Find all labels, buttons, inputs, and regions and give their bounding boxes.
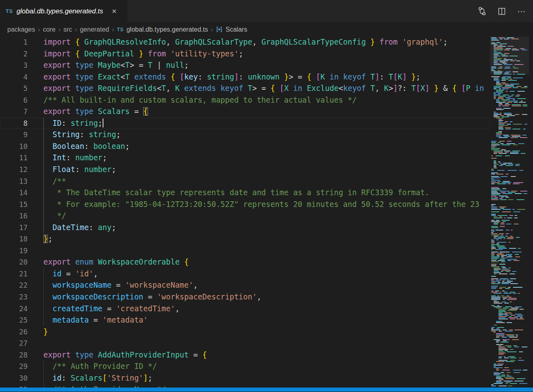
code-content[interactable]: createdTime = 'createdTime', [28, 303, 490, 315]
code-line-11[interactable]: 11 Int: number; [0, 152, 490, 164]
line-number[interactable]: 5 [0, 83, 28, 95]
code-line-4[interactable]: 4export type Exact<T extends { [key: str… [0, 71, 490, 83]
code-line-24[interactable]: 24 createdTime = 'createdTime', [0, 303, 490, 315]
code-line-31[interactable]: 31 /** Auth Provider Name */ [0, 384, 490, 388]
line-number[interactable]: 1 [0, 37, 28, 48]
code-line-17[interactable]: 17 DateTime: any; [0, 222, 490, 234]
code-line-22[interactable]: 22 workspaceName = 'workspaceName', [0, 280, 490, 291]
code-line-18[interactable]: 18}; [0, 233, 490, 245]
code-content[interactable]: } [28, 326, 490, 338]
code-line-26[interactable]: 26} [0, 326, 490, 338]
code-line-27[interactable]: 27 [0, 338, 490, 349]
code-content[interactable]: workspaceName = 'workspaceName', [28, 280, 490, 291]
code-content[interactable]: export type Scalars = { [28, 106, 490, 118]
code-content[interactable]: export type Exact<T extends { [key: stri… [28, 71, 490, 83]
line-number[interactable]: 12 [0, 164, 28, 176]
line-number[interactable]: 24 [0, 303, 28, 315]
line-number[interactable]: 4 [0, 71, 28, 83]
code-content[interactable] [28, 245, 490, 257]
code-content[interactable]: /** Auth Provider ID */ [28, 361, 490, 373]
code-content[interactable]: export enum WorkspaceOrderable { [28, 256, 490, 268]
code-content[interactable]: * The DateTime scalar type represents da… [28, 187, 490, 199]
code-line-16[interactable]: 16 */ [0, 210, 490, 222]
line-number[interactable]: 16 [0, 210, 28, 222]
code-line-7[interactable]: 7export type Scalars = { [0, 106, 490, 118]
code-content[interactable]: /** Auth Provider Name */ [28, 384, 490, 388]
line-number[interactable]: 28 [0, 349, 28, 361]
code-line-5[interactable]: 5export type RequireFields<T, K extends … [0, 83, 490, 95]
minimap-canvas[interactable] [490, 37, 529, 388]
code-line-3[interactable]: 3export type Maybe<T> = T | null; [0, 60, 490, 71]
line-number[interactable]: 25 [0, 314, 28, 326]
code-content[interactable]: }; [28, 233, 490, 245]
code-content[interactable]: export type AddAuthProviderInput = { [28, 349, 490, 361]
line-number[interactable]: 17 [0, 222, 28, 234]
line-number[interactable]: 2 [0, 48, 28, 60]
split-editor-icon[interactable] [497, 6, 507, 16]
breadcrumb-item-generated[interactable]: generated [80, 26, 109, 33]
code-content[interactable]: export type Maybe<T> = T | null; [28, 60, 490, 71]
line-number[interactable]: 19 [0, 245, 28, 257]
more-actions-icon[interactable]: ⋯ [517, 6, 527, 16]
code-content[interactable]: /** All built-in and custom scalars, map… [28, 95, 490, 106]
line-number[interactable]: 29 [0, 361, 28, 373]
code-line-13[interactable]: 13 /** [0, 176, 490, 187]
code-content[interactable]: */ [28, 210, 490, 222]
code-area[interactable]: 1import { GraphQLResolveInfo, GraphQLSca… [0, 37, 490, 388]
code-content[interactable]: id: Scalars['String']; [28, 373, 490, 384]
tab-global-db-types-generated[interactable]: TS global.db.types.generated.ts ✕ [0, 0, 127, 22]
code-line-30[interactable]: 30 id: Scalars['String']; [0, 373, 490, 384]
code-content[interactable]: export type RequireFields<T, K extends k… [28, 83, 490, 95]
code-line-20[interactable]: 20export enum WorkspaceOrderable { [0, 256, 490, 268]
code-line-1[interactable]: 1import { GraphQLResolveInfo, GraphQLSca… [0, 37, 490, 48]
minimap[interactable] [490, 37, 529, 388]
line-number[interactable]: 15 [0, 199, 28, 211]
code-line-12[interactable]: 12 Float: number; [0, 164, 490, 176]
breadcrumb-item-src[interactable]: src [63, 26, 72, 33]
breadcrumb-item-scalars[interactable]: Scalars [216, 26, 247, 33]
open-changes-icon[interactable] [477, 6, 487, 16]
code-content[interactable]: ID: string; [28, 118, 490, 129]
code-line-2[interactable]: 2import { DeepPartial } from 'utility-ty… [0, 48, 490, 60]
line-number[interactable]: 10 [0, 141, 28, 153]
code-line-21[interactable]: 21 id = 'id', [0, 268, 490, 280]
code-content[interactable]: * For example: "1985-04-12T23:20:50.52Z"… [28, 199, 490, 211]
line-number[interactable]: 22 [0, 280, 28, 291]
code-line-25[interactable]: 25 metadata = 'metadata' [0, 314, 490, 326]
code-content[interactable]: Boolean: boolean; [28, 141, 490, 153]
status-bar[interactable] [0, 388, 533, 392]
close-icon[interactable]: ✕ [112, 8, 117, 15]
code-content[interactable]: String: string; [28, 129, 490, 141]
code-content[interactable]: import { DeepPartial } from 'utility-typ… [28, 48, 490, 60]
code-content[interactable]: metadata = 'metadata' [28, 314, 490, 326]
breadcrumb-item-packages[interactable]: packages [7, 26, 35, 33]
line-number[interactable]: 9 [0, 129, 28, 141]
line-number[interactable]: 7 [0, 106, 28, 118]
code-line-15[interactable]: 15 * For example: "1985-04-12T23:20:50.5… [0, 199, 490, 211]
line-number[interactable]: 20 [0, 256, 28, 268]
code-line-10[interactable]: 10 Boolean: boolean; [0, 141, 490, 153]
code-line-9[interactable]: 9 String: string; [0, 129, 490, 141]
breadcrumb-item-core[interactable]: core [43, 26, 56, 33]
code-content[interactable]: Int: number; [28, 152, 490, 164]
line-number[interactable]: 3 [0, 60, 28, 71]
line-number[interactable]: 23 [0, 291, 28, 303]
line-number[interactable]: 8 [0, 118, 28, 129]
code-content[interactable]: workspaceDescription = 'workspaceDescrip… [28, 291, 490, 303]
code-content[interactable]: Float: number; [28, 164, 490, 176]
code-line-28[interactable]: 28export type AddAuthProviderInput = { [0, 349, 490, 361]
code-line-29[interactable]: 29 /** Auth Provider ID */ [0, 361, 490, 373]
line-number[interactable]: 30 [0, 373, 28, 384]
line-number[interactable]: 18 [0, 233, 28, 245]
line-number[interactable]: 26 [0, 326, 28, 338]
code-line-6[interactable]: 6/** All built-in and custom scalars, ma… [0, 95, 490, 106]
breadcrumb-item-global-db-types-generated-ts[interactable]: TSglobal.db.types.generated.ts [117, 26, 208, 33]
code-line-19[interactable]: 19 [0, 245, 490, 257]
line-number[interactable]: 11 [0, 152, 28, 164]
code-content[interactable]: DateTime: any; [28, 222, 490, 234]
line-number[interactable]: 31 [0, 384, 28, 388]
code-content[interactable] [28, 338, 490, 349]
code-content[interactable]: id = 'id', [28, 268, 490, 280]
minimap-slider[interactable] [490, 37, 529, 74]
line-number[interactable]: 13 [0, 176, 28, 187]
